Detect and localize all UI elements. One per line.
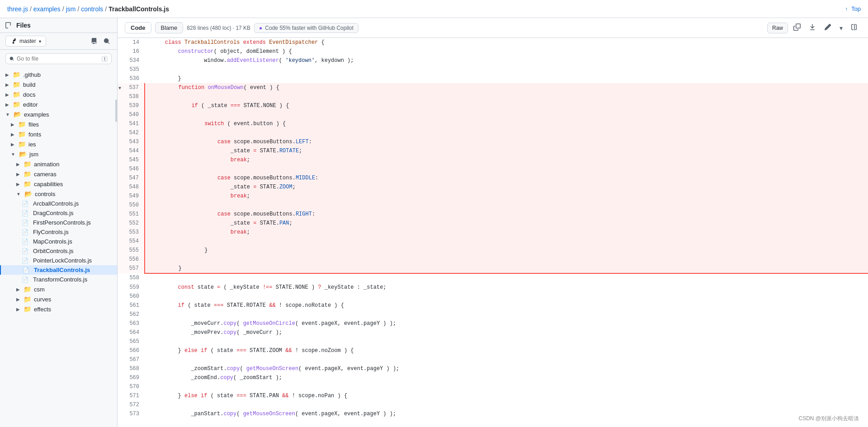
line-number: 558 — [118, 273, 145, 283]
sidebar-item-jsm[interactable]: ▼ 📂 jsm — [0, 149, 117, 159]
line-number: 548 — [118, 183, 145, 192]
branch-name: master — [19, 38, 36, 44]
folder-icon: 📁 — [13, 81, 20, 88]
sidebar-item-animation[interactable]: ▶ 📁 animation — [0, 159, 117, 169]
sidebar-item-build[interactable]: ▶ 📁 build — [0, 80, 117, 89]
sidebar-item-pointerlock[interactable]: 📄 PointerLockControls.js — [0, 256, 117, 265]
sidebar-item-map[interactable]: 📄 MapControls.js — [0, 237, 117, 246]
chevron-right-icon: ▶ — [16, 162, 20, 167]
line-number: 536 — [118, 74, 145, 83]
sidebar-item-controls[interactable]: ▼ 📂 controls — [0, 189, 117, 199]
line-code: case scope.mouseButtons.MIDDLE: — [145, 174, 868, 183]
raw-button[interactable]: Raw — [767, 23, 788, 33]
sidebar-item-label: curves — [34, 296, 51, 303]
sidebar-item-arcball[interactable]: 📄 ArcballControls.js — [0, 199, 117, 208]
sidebar-item-transform[interactable]: 📄 TransformControls.js — [0, 275, 117, 284]
sidebar-item-fly[interactable]: 📄 FlyControls.js — [0, 227, 117, 237]
copy-button[interactable] — [791, 22, 803, 34]
line-code: if ( _state === STATE.NONE ) { — [145, 101, 868, 110]
table-row: 557 } — [118, 264, 868, 273]
line-number: 554 — [118, 237, 145, 246]
download-button[interactable] — [806, 22, 819, 34]
line-number: 16 — [118, 47, 145, 56]
file-tree: ▶ 📁 .github ▶ 📁 build ▶ 📁 docs ▶ 📁 edito… — [0, 68, 117, 427]
branch-button[interactable]: master ▾ — [5, 36, 46, 47]
sidebar: Files master ▾ — [0, 18, 118, 427]
sidebar-item-examples[interactable]: ▼ 📂 examples — [0, 109, 117, 119]
line-code — [145, 255, 868, 264]
line-code: if ( state === STATE.ROTATE && ! scope.n… — [145, 301, 868, 310]
copilot-badge[interactable]: ● Code 55% faster with GitHub Copilot — [254, 23, 359, 33]
more-options-icon: ▾ — [840, 24, 843, 32]
sidebar-item-label: TrackballControls.js — [34, 267, 90, 273]
sidebar-item-capabilities[interactable]: ▶ 📁 capabilities — [0, 179, 117, 189]
collapse-arrow-icon[interactable]: ▼ — [118, 84, 121, 93]
line-code: _state = STATE.PAN; — [145, 219, 868, 228]
sidebar-item-cameras[interactable]: ▶ 📁 cameras — [0, 169, 117, 179]
line-code: _panStart.copy( getMouseOnScreen( event.… — [145, 409, 868, 418]
code-toolbar: Code Blame 828 lines (480 loc) · 17 KB ●… — [118, 18, 868, 38]
table-row: 554 — [118, 237, 868, 246]
sidebar-item-fonts[interactable]: ▶ 📁 fonts — [0, 129, 117, 139]
sidebar-item-github[interactable]: ▶ 📁 .github — [0, 70, 117, 80]
file-icon: 📄 — [22, 229, 28, 235]
line-number: 547 — [118, 174, 145, 183]
sidebar-item-effects[interactable]: ▶ 📁 effects — [0, 304, 117, 314]
line-number: 559 — [118, 283, 145, 292]
code-toolbar-right: Raw ▾ — [767, 22, 861, 34]
breadcrumb-jsm[interactable]: jsm — [66, 5, 76, 13]
table-row: 569 _zoomEnd.copy( _zoomStart ); — [118, 373, 868, 382]
table-row: 542 — [118, 128, 868, 137]
tab-code[interactable]: Code — [125, 22, 151, 33]
line-code — [145, 128, 868, 137]
sidebar-item-csm[interactable]: ▶ 📁 csm — [0, 284, 117, 294]
sidebar-item-label: fonts — [28, 131, 41, 138]
table-row: 553 break; — [118, 228, 868, 237]
goto-file-input[interactable] — [17, 56, 99, 62]
branch-chevron-icon: ▾ — [39, 39, 41, 44]
search-shortcut-badge: t — [102, 56, 108, 62]
sidebar-item-curves[interactable]: ▶ 📁 curves — [0, 294, 117, 304]
line-code — [145, 400, 868, 409]
line-number: 546 — [118, 164, 145, 174]
breadcrumb-examples[interactable]: examples — [33, 5, 61, 13]
code-panel: Code Blame 828 lines (480 loc) · 17 KB ●… — [118, 18, 868, 427]
line-code: _moveCurr.copy( getMouseOnCircle( event.… — [145, 319, 868, 328]
folder-icon: 📂 — [14, 111, 21, 118]
line-code — [145, 382, 868, 391]
sidebar-item-drag[interactable]: 📄 DragControls.js — [0, 208, 117, 218]
edit-button[interactable] — [821, 22, 834, 34]
line-code: _zoomStart.copy( getMouseOnScreen( event… — [145, 364, 868, 373]
table-row: 555 } — [118, 246, 868, 255]
sidebar-item-trackball[interactable]: 📄 TrackballControls.js — [0, 265, 117, 275]
chevron-right-icon: ▶ — [5, 72, 9, 77]
line-code — [145, 164, 868, 174]
add-file-button[interactable] — [89, 36, 99, 46]
line-number: 555 — [118, 246, 145, 255]
sidebar-scrollbar-thumb — [115, 99, 117, 122]
split-view-button[interactable] — [848, 22, 861, 34]
sidebar-item-ies[interactable]: ▶ 📁 ies — [0, 139, 117, 149]
code-area[interactable]: 14 class TrackballControls extends Event… — [118, 38, 868, 427]
sidebar-item-files[interactable]: ▶ 📁 files — [0, 119, 117, 129]
more-options-button[interactable]: ▾ — [837, 23, 845, 33]
tab-blame[interactable]: Blame — [155, 22, 184, 33]
goto-file-search[interactable]: t — [5, 53, 112, 64]
sidebar-item-label: cameras — [34, 171, 57, 178]
sidebar-item-orbit[interactable]: 📄 OrbitControls.js — [0, 246, 117, 256]
sidebar-item-editor[interactable]: ▶ 📁 editor — [0, 99, 117, 109]
sidebar-item-firstperson[interactable]: 📄 FirstPersonControls.js — [0, 218, 117, 227]
line-code — [145, 110, 868, 119]
search-files-button[interactable] — [102, 36, 112, 46]
table-row: 563 _moveCurr.copy( getMouseOnCircle( ev… — [118, 319, 868, 328]
branch-selector: master ▾ — [0, 33, 117, 50]
line-number: 571 — [118, 391, 145, 400]
line-code — [145, 273, 868, 283]
breadcrumb-threejs[interactable]: three.js — [7, 5, 28, 13]
breadcrumb-controls[interactable]: controls — [81, 5, 103, 13]
top-link[interactable]: ↑ Top — [845, 5, 861, 12]
branch-icon — [10, 38, 17, 44]
sidebar-item-label: OrbitControls.js — [33, 248, 74, 254]
sidebar-item-docs[interactable]: ▶ 📁 docs — [0, 89, 117, 99]
sidebar-item-label: FirstPersonControls.js — [33, 219, 91, 226]
